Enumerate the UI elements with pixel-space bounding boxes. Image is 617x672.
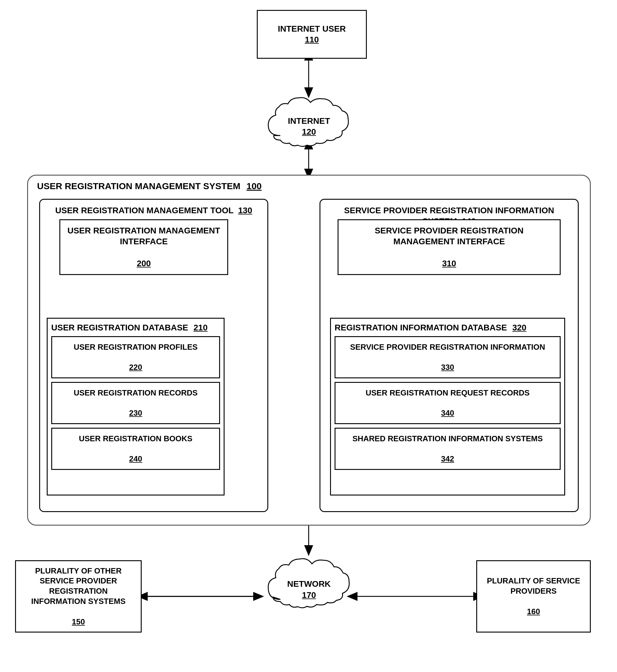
posp-ref: 160 xyxy=(527,607,540,617)
ridb-label: REGISTRATION INFORMATION DATABASE xyxy=(335,323,507,332)
urrr-ref: 340 xyxy=(441,408,454,418)
sprmi-ref: 310 xyxy=(442,258,456,269)
internet-user-label: INTERNET USER xyxy=(278,23,346,34)
diagram-container: INTERNET USER 110 INTERNET 120 USER REGI… xyxy=(0,0,617,672)
sprmi-box: SERVICE PROVIDER REGISTRATION MANAGEMENT… xyxy=(338,219,561,275)
internet-user-ref: 110 xyxy=(305,34,319,45)
spri-box: SERVICE PROVIDER REGISTRATION INFORMATIO… xyxy=(335,336,561,378)
urdb-box: USER REGISTRATION DATABASE 210 USER REGI… xyxy=(47,318,225,495)
urb-ref: 240 xyxy=(129,454,142,464)
spri-label: SERVICE PROVIDER REGISTRATION INFORMATIO… xyxy=(350,342,545,352)
sris-box: SHARED REGISTRATION INFORMATION SYSTEMS … xyxy=(335,428,561,470)
urmi-box: USER REGISTRATION MANAGEMENT INTERFACE 2… xyxy=(59,219,228,275)
urp-label: USER REGISTRATION PROFILES xyxy=(73,342,197,352)
posprims-label: PLURALITY OF OTHER SERVICE PROVIDER REGI… xyxy=(21,566,136,607)
posp-box: PLURALITY OF SERVICE PROVIDERS 160 xyxy=(476,560,591,633)
internet-user-box: INTERNET USER 110 xyxy=(257,10,367,59)
network-label: NETWORK xyxy=(287,579,331,589)
urr-label: USER REGISTRATION RECORDS xyxy=(73,388,197,398)
spri-ref: 330 xyxy=(441,362,454,373)
urb-box: USER REGISTRATION BOOKS 240 xyxy=(51,428,220,470)
urrr-box: USER REGISTRATION REQUEST RECORDS 340 xyxy=(335,382,561,424)
urp-ref: 220 xyxy=(129,362,142,373)
urmi-label: USER REGISTRATION MANAGEMENT INTERFACE xyxy=(65,225,222,247)
internet-cloud: INTERNET 120 xyxy=(262,93,356,150)
urmt-label: USER REGISTRATION MANAGEMENT TOOL 130 xyxy=(46,205,261,216)
posprims-ref: 150 xyxy=(72,617,85,627)
urmi-ref: 200 xyxy=(137,258,151,269)
urr-ref: 230 xyxy=(129,408,142,418)
urrr-label: USER REGISTRATION REQUEST RECORDS xyxy=(366,388,530,398)
ridb-ref: 320 xyxy=(512,323,527,332)
internet-ref: 120 xyxy=(302,127,316,136)
network-ref: 170 xyxy=(302,590,316,600)
sprmi-label: SERVICE PROVIDER REGISTRATION MANAGEMENT… xyxy=(343,225,555,247)
network-cloud: NETWORK 170 xyxy=(262,554,356,615)
urms-label: USER REGISTRATION MANAGEMENT SYSTEM 100 xyxy=(37,181,262,191)
sris-ref: 342 xyxy=(441,454,454,464)
ridb-box: REGISTRATION INFORMATION DATABASE 320 SE… xyxy=(330,318,565,495)
posp-label: PLURALITY OF SERVICE PROVIDERS xyxy=(482,576,585,596)
urb-label: USER REGISTRATION BOOKS xyxy=(79,434,193,444)
urr-box: USER REGISTRATION RECORDS 230 xyxy=(51,382,220,424)
urdb-label: USER REGISTRATION DATABASE xyxy=(51,323,188,332)
urdb-ref: 210 xyxy=(194,323,208,332)
internet-label: INTERNET xyxy=(288,116,330,125)
posprims-box: PLURALITY OF OTHER SERVICE PROVIDER REGI… xyxy=(15,560,142,633)
sris-label: SHARED REGISTRATION INFORMATION SYSTEMS xyxy=(352,434,543,444)
urp-box: USER REGISTRATION PROFILES 220 xyxy=(51,336,220,378)
